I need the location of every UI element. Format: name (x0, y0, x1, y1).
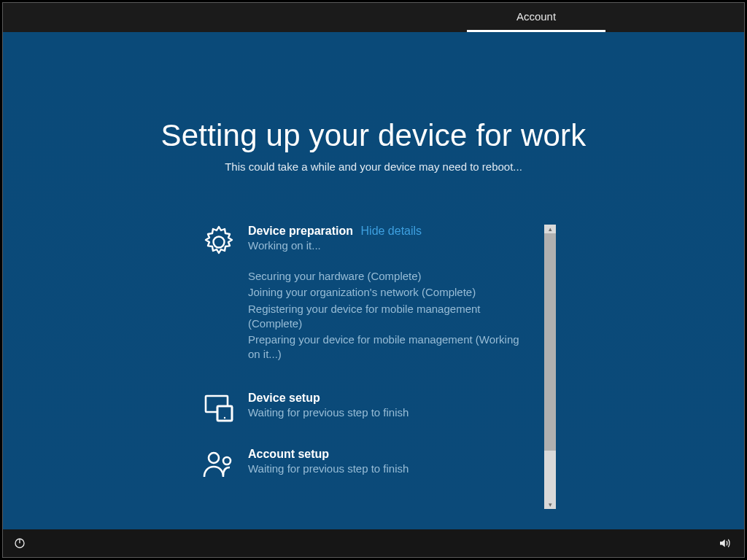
svg-point-0 (214, 237, 225, 248)
detail-line: Registering your device for mobile manag… (248, 302, 534, 332)
tab-label: Account (516, 10, 556, 23)
hide-details-link[interactable]: Hide details (361, 225, 422, 237)
volume-icon[interactable] (711, 529, 738, 557)
svg-point-4 (224, 416, 225, 418)
page-title: Setting up your device for work (3, 118, 744, 153)
section-header: Device preparation Hide details (248, 225, 534, 238)
section-details: Securing your hardware (Complete) Joinin… (248, 269, 534, 362)
detail-line: Preparing your device for mobile managem… (248, 332, 534, 362)
svg-point-6 (223, 457, 231, 464)
scrollbar-thumb[interactable] (544, 233, 556, 451)
topbar: Account (3, 3, 744, 32)
devices-icon (201, 392, 236, 427)
scroll-up-arrow-icon[interactable]: ▴ (544, 225, 556, 233)
detail-line: Securing your hardware (Complete) (248, 269, 534, 284)
main-content: Setting up your device for work This cou… (3, 32, 744, 529)
detail-line: Joining your organization's network (Com… (248, 285, 534, 300)
tab-account[interactable]: Account (467, 3, 605, 32)
section-header: Device setup (248, 392, 534, 405)
scroll-down-arrow-icon[interactable]: ▾ (544, 500, 556, 509)
section-account-setup: Account setup Waiting for previous step … (201, 448, 534, 475)
page-subtitle: This could take a while and your device … (3, 160, 744, 173)
section-title: Device preparation (248, 225, 353, 237)
section-status: Waiting for previous step to finish (248, 462, 534, 475)
section-device-preparation: Device preparation Hide details Working … (201, 225, 534, 362)
section-status: Waiting for previous step to finish (248, 406, 534, 419)
bottombar (3, 529, 744, 557)
power-icon[interactable] (6, 529, 34, 557)
section-title: Device setup (248, 392, 320, 404)
people-icon (201, 448, 236, 483)
scrollbar[interactable]: ▴ ▾ (544, 225, 556, 509)
svg-point-5 (209, 453, 219, 463)
setup-steps-region: Device preparation Hide details Working … (201, 225, 556, 509)
section-status: Working on it... (248, 239, 534, 252)
section-title: Account setup (248, 448, 329, 460)
section-device-setup: Device setup Waiting for previous step t… (201, 392, 534, 419)
section-header: Account setup (248, 448, 534, 461)
gear-icon (201, 225, 236, 260)
